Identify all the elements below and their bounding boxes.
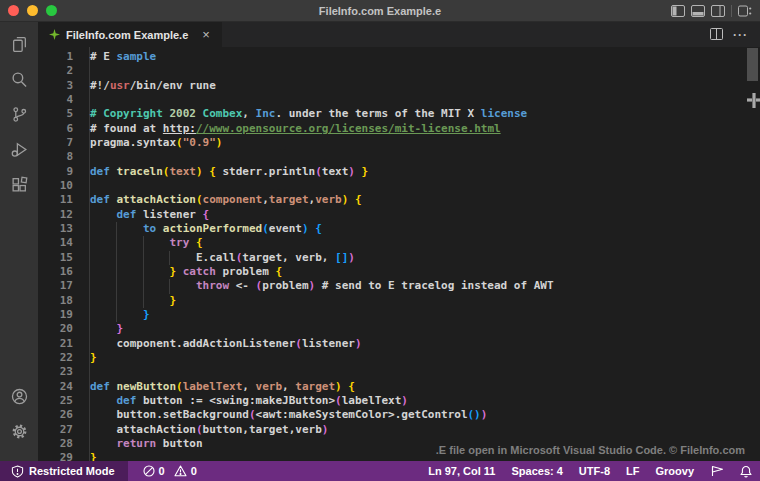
code-line: 16 } catch problem { [38,265,760,279]
notifications-button[interactable] [732,461,760,481]
activity-bar-bottom [0,379,38,461]
vertical-scrollbar[interactable] [747,48,758,81]
panel-bottom-icon [691,5,705,17]
code-line: 11def attachAction(component,target,verb… [38,193,760,207]
indentation-setting[interactable]: Spaces: 4 [503,461,570,481]
settings-button[interactable] [0,414,38,449]
problems-indicator[interactable]: 0 0 [136,461,209,481]
split-editor-button[interactable] [710,26,723,44]
line-number: 10 [38,179,73,193]
toggle-secondary-sidebar-button[interactable] [711,5,725,17]
code-line: 12 def listener { [38,208,760,222]
layout-controls [671,0,752,22]
customize-layout-button[interactable] [738,5,752,17]
sidebar-item-source-control[interactable] [0,97,38,132]
code-line: 21 component.addActionListener(listener) [38,337,760,351]
indent-guide [116,251,117,265]
line-number: 16 [38,265,73,279]
watermark-text: .E file open in Microsoft Visual Studio … [436,444,745,456]
line-number: 11 [38,193,73,207]
code-line: 19 } [38,308,760,322]
tab-fileinfo-example[interactable]: FileInfo.com Example.e × [38,22,223,47]
indent-guide [143,294,144,308]
code-line: 17 throw <- (problem) # send to E tracel… [38,279,760,293]
code-line: 23 [38,365,760,379]
titlebar-separator [731,5,732,17]
run-and-debug-icon [11,141,28,158]
warnings-icon [174,465,187,477]
toggle-sidebar-button[interactable] [671,5,685,17]
accounts-button[interactable] [0,379,38,414]
account-icon [11,388,28,405]
line-number: 4 [38,93,73,107]
code-line: 2 [38,64,760,78]
zoom-window-button[interactable] [46,5,57,16]
line-number: 25 [38,394,73,408]
line-number: 7 [38,136,73,150]
status-bar: Restricted Mode 0 0 Ln 97, Col 11 Spaces… [0,461,760,481]
restricted-mode-badge[interactable]: Restricted Mode [0,461,128,481]
window-title: FileInfo.com Example.e [0,5,760,17]
code-line: 9def traceln(text) { stderr.println(text… [38,165,760,179]
line-number: 3 [38,79,73,93]
indent-guide [143,251,144,265]
shield-icon [11,465,24,478]
code-line: 25 def button := <swing:makeJButton>(lab… [38,394,760,408]
indent-guide [116,294,117,308]
source-control-icon [11,106,28,123]
code-line: 27 attachAction(button,target,verb) [38,423,760,437]
code-line: 14 try { [38,236,760,250]
eol-setting[interactable]: LF [618,461,647,481]
customize-layout-icon [738,5,752,17]
indent-guide [116,265,117,279]
restricted-mode-label: Restricted Mode [29,465,115,477]
line-number: 26 [38,408,73,422]
activity-bar [0,22,38,461]
language-mode[interactable]: Groovy [647,461,702,481]
code-line: 26 button.setBackground(<awt:makeSystemC… [38,408,760,422]
indent-guide [143,279,144,293]
feedback-button[interactable] [702,461,732,481]
line-number: 17 [38,279,73,293]
cursor-position[interactable]: Ln 97, Col 11 [420,461,503,481]
indent-guide [169,251,170,265]
editor-actions: ··· [710,22,760,47]
window-controls [0,5,57,16]
line-number: 6 [38,122,73,136]
bell-icon [740,465,752,478]
toggle-panel-button[interactable] [691,5,705,17]
minimize-window-button[interactable] [27,5,38,16]
code-line: 15 E.call(target, verb, []) [38,251,760,265]
errors-icon [143,465,155,477]
warnings-count: 0 [191,465,197,477]
close-window-button[interactable] [8,5,19,16]
tab-label: FileInfo.com Example.e [66,29,188,41]
line-number: 1 [38,50,73,64]
sidebar-item-run-and-debug[interactable] [0,132,38,167]
code-line: 7pragma.syntax("0.9") [38,136,760,150]
line-number: 27 [38,423,73,437]
indent-guide [116,222,117,236]
sidebar-item-extensions[interactable] [0,167,38,202]
tab-close-icon[interactable]: × [200,27,212,42]
line-number: 29 [38,451,73,461]
activity-bar-top [0,22,38,202]
line-number: 20 [38,322,73,336]
sidebar-item-explorer[interactable] [0,27,38,62]
line-number: 28 [38,437,73,451]
line-number: 19 [38,308,73,322]
sidebar-item-search[interactable] [0,62,38,97]
code-line: 5# Copyright 2002 Combex, Inc. under the… [38,107,760,121]
indent-guide [143,265,144,279]
code-line: 24def newButton(labelText, verb, target)… [38,380,760,394]
errors-count: 0 [159,465,165,477]
editor-pane[interactable]: 1# E sample23#!/usr/bin/env rune45# Copy… [38,47,760,461]
extensions-icon [11,176,28,193]
search-icon [11,71,28,88]
line-number: 15 [38,251,73,265]
line-number: 8 [38,150,73,164]
indent-guide [116,236,117,250]
panel-left-icon [671,5,685,17]
encoding-setting[interactable]: UTF-8 [571,461,618,481]
more-actions-button[interactable]: ··· [733,28,748,42]
